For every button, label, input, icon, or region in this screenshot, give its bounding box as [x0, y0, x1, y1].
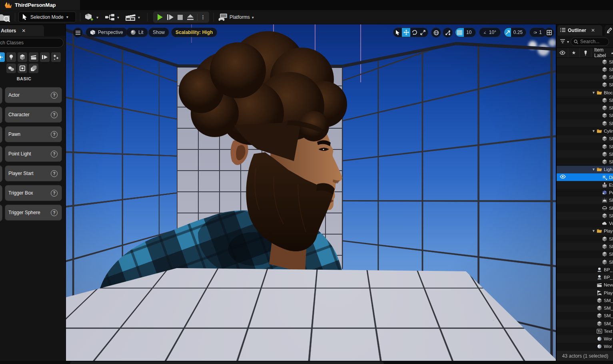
outliner-row-folder[interactable]: ▼Ligh	[557, 166, 613, 173]
surface-snapping-button[interactable]	[443, 28, 453, 38]
place-actors-search-input[interactable]: Search Classes	[0, 38, 64, 48]
item-label-column-header[interactable]: Item Label ▲	[591, 48, 613, 58]
outliner-row-actor[interactable]: SM	[557, 212, 613, 219]
close-icon[interactable]: ✕	[591, 28, 595, 33]
category-volumes-icon[interactable]	[18, 64, 27, 73]
select-tool-button[interactable]	[393, 28, 402, 37]
scalability-badge[interactable]: Scalability: High	[171, 28, 217, 37]
placeable-item-pawn[interactable]: Pawn?	[5, 126, 62, 142]
outliner-row-actor[interactable]: SM	[557, 251, 613, 258]
outliner-row-actor[interactable]: SM	[557, 58, 613, 66]
grid-snap-control[interactable]: 10	[455, 28, 476, 37]
move-tool-button[interactable]	[402, 28, 410, 37]
outliner-row-actor[interactable]: SM	[557, 66, 613, 73]
outliner-row-actor[interactable]: SM_	[557, 312, 613, 320]
help-icon[interactable]: ?	[51, 92, 58, 99]
outliner-row-actor[interactable]: SM	[557, 235, 613, 243]
stop-button[interactable]	[177, 14, 183, 20]
placeable-item-thumbnail[interactable]	[0, 126, 2, 143]
level-tab[interactable]: ThirdPersonMap	[0, 0, 80, 10]
frame-skip-button[interactable]	[167, 14, 174, 20]
outliner-row-actor[interactable]: SM_	[557, 320, 613, 327]
pin-column-header[interactable]	[580, 48, 591, 58]
outliner-row-actor[interactable]: SM	[557, 96, 613, 104]
expand-arrow-icon[interactable]: ▼	[592, 167, 595, 171]
placeable-item-thumbnail[interactable]	[0, 165, 2, 182]
placeable-item-actor[interactable]: Actor?	[5, 87, 62, 103]
outliner-row-actor[interactable]: SM	[557, 81, 613, 89]
placeable-item-character[interactable]: Character?	[5, 107, 62, 123]
content-drawer-bar[interactable]	[70, 362, 384, 364]
details-tab-edge[interactable]	[605, 25, 613, 36]
outliner-row-folder[interactable]: ▼Bloc	[557, 89, 613, 96]
lit-dropdown[interactable]: Lit	[126, 28, 148, 37]
blueprints-button[interactable]: ▾	[105, 14, 119, 21]
category-lights-icon[interactable]	[6, 52, 16, 62]
rotation-snap-control[interactable]: 10°	[479, 28, 501, 37]
outliner-row-actor[interactable]: SM	[557, 158, 613, 165]
placeable-item-player-start[interactable]: Player Start?	[5, 165, 62, 181]
help-icon[interactable]: ?	[51, 111, 58, 118]
help-icon[interactable]: ?	[51, 190, 58, 197]
outliner-row-actor[interactable]: Po	[557, 189, 613, 197]
help-icon[interactable]: ?	[51, 170, 58, 177]
expand-arrow-icon[interactable]: ▼	[592, 229, 595, 233]
outliner-row-actor[interactable]: SM	[557, 150, 613, 158]
scale-tool-button[interactable]	[419, 28, 427, 37]
outliner-row-actor[interactable]: SM	[557, 104, 613, 112]
category-all-classes-icon[interactable]	[29, 64, 38, 73]
maximize-viewport-button[interactable]	[544, 28, 554, 38]
outliner-row-actor[interactable]: SM	[557, 112, 613, 119]
scale-snap-control[interactable]: 0.25	[504, 28, 526, 37]
category-basic-icon[interactable]	[0, 52, 5, 62]
outliner-row-actor[interactable]: BP_	[557, 266, 613, 273]
content-browser-icon[interactable]	[0, 12, 10, 22]
placeable-item-thumbnail[interactable]	[0, 107, 2, 123]
category-particles-icon[interactable]	[51, 52, 61, 62]
close-icon[interactable]: ✕	[22, 28, 26, 34]
filter-icon[interactable]	[560, 39, 565, 44]
3d-viewport[interactable]: z x Perspective Lit Show Scalability: Hi…	[66, 24, 556, 361]
selection-mode-dropdown[interactable]: Selection Mode ▾	[18, 12, 76, 22]
scale-snap-icon[interactable]	[504, 28, 511, 37]
outliner-row-actor[interactable]: SM	[557, 243, 613, 250]
outliner-row-actor[interactable]: SM_	[557, 296, 613, 304]
character-model[interactable]	[66, 24, 556, 361]
outliner-row-actor[interactable]: SM_	[557, 304, 613, 312]
outliner-row-actor[interactable]: SM	[557, 135, 613, 143]
placeable-item-thumbnail[interactable]	[0, 87, 2, 104]
outliner-row-actor[interactable]: Vo	[557, 220, 613, 227]
outliner-row-actor[interactable]: New	[557, 281, 613, 289]
outliner-tab[interactable]: Outliner ✕	[557, 25, 602, 36]
play-button[interactable]	[156, 14, 164, 21]
help-icon[interactable]: ?	[51, 151, 58, 157]
outliner-row-actor[interactable]: Di	[557, 173, 613, 181]
placeable-item-trigger-sphere[interactable]: Trigger Sphere?	[5, 205, 62, 221]
help-icon[interactable]: ?	[51, 209, 58, 216]
outliner-row-actor[interactable]: BP_	[557, 273, 613, 281]
world-space-toggle[interactable]	[431, 28, 441, 38]
star-column-header[interactable]: ★	[568, 48, 580, 58]
show-dropdown[interactable]: Show	[148, 28, 169, 37]
chevron-down-icon[interactable]: ▾	[567, 40, 569, 44]
placeable-item-thumbnail[interactable]	[0, 205, 2, 221]
category-visual-effects-icon[interactable]	[40, 52, 50, 62]
category-shapes-icon[interactable]	[18, 52, 27, 62]
add-actor-button[interactable]: ▾	[85, 13, 98, 22]
outliner-row-actor[interactable]: SM	[557, 143, 613, 150]
outliner-row-actor[interactable]: SM	[557, 74, 613, 81]
outliner-row-actor[interactable]: Ex	[557, 181, 613, 189]
viewport-menu-button[interactable]	[73, 28, 83, 38]
camera-speed-control[interactable]: 1	[529, 28, 546, 37]
outliner-row-actor[interactable]: SM	[557, 119, 613, 127]
expand-arrow-icon[interactable]: ▼	[592, 129, 595, 133]
outliner-row-folder[interactable]: ▼Cylin	[557, 127, 613, 135]
help-icon[interactable]: ?	[51, 131, 58, 138]
outliner-search-input[interactable]: Search...	[571, 38, 609, 46]
play-options-button[interactable]: ⋮	[201, 14, 206, 20]
placeable-item-point-light[interactable]: Point Light?	[5, 146, 62, 162]
outliner-row-actor[interactable]: Sk	[557, 204, 613, 212]
expand-arrow-icon[interactable]: ▼	[592, 91, 595, 95]
eye-icon[interactable]	[560, 175, 566, 179]
category-geometry-icon[interactable]	[6, 64, 16, 73]
